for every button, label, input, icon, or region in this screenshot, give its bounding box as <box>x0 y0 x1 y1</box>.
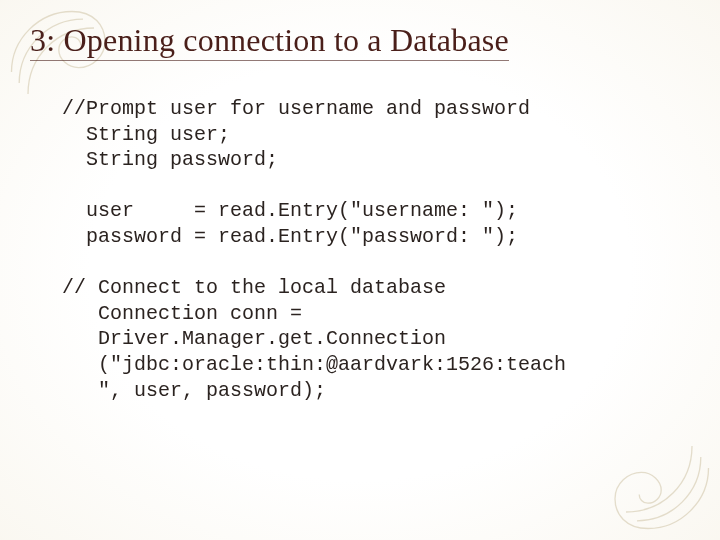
code-line: password = read.Entry("password: "); <box>62 225 518 248</box>
code-body: //Prompt user for username and password … <box>62 96 680 403</box>
slide-title: 3: Opening connection to a Database <box>30 22 690 59</box>
code-line: ("jdbc:oracle:thin:@aardvark:1526:teach <box>62 353 566 376</box>
code-line: //Prompt user for username and password <box>62 97 530 120</box>
code-line: Connection conn = <box>62 302 302 325</box>
code-line: // Connect to the local database <box>62 276 446 299</box>
slide: 3: Opening connection to a Database //Pr… <box>0 0 720 540</box>
code-line: Driver.Manager.get.Connection <box>62 327 446 350</box>
code-line: user = read.Entry("username: "); <box>62 199 518 222</box>
code-line: String user; <box>62 123 230 146</box>
code-line: ", user, password); <box>62 379 326 402</box>
slide-title-text: 3: Opening connection to a Database <box>30 22 509 61</box>
code-line: String password; <box>62 148 278 171</box>
ornament-bottom-right <box>604 424 714 534</box>
swirl-icon <box>604 424 714 534</box>
